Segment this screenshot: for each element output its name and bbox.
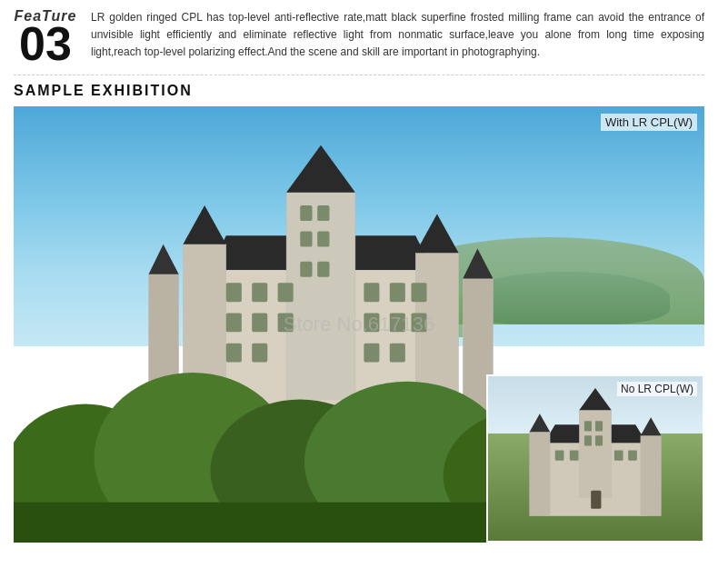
svg-rect-26: [364, 344, 379, 363]
feature-number: 03: [19, 20, 72, 67]
svg-rect-13: [252, 284, 267, 303]
svg-rect-61: [555, 450, 564, 460]
feature-section: FeaTure 03 LR golden ringed CPL has top-…: [14, 9, 704, 75]
svg-rect-53: [530, 432, 551, 516]
feature-description: LR golden ringed CPL has top-level anti-…: [91, 9, 704, 62]
svg-rect-32: [300, 262, 312, 277]
svg-rect-15: [364, 284, 379, 303]
svg-rect-20: [278, 314, 294, 333]
svg-rect-65: [591, 491, 601, 509]
svg-rect-60: [595, 435, 603, 445]
svg-marker-54: [530, 414, 551, 432]
svg-marker-56: [641, 417, 662, 435]
small-castle-svg: [495, 384, 695, 516]
small-image-container: No LR CPL(W): [486, 374, 704, 543]
svg-rect-55: [641, 435, 662, 515]
main-image-section: Store No.617136 With LR CPL(W): [14, 106, 704, 543]
svg-rect-17: [411, 284, 426, 303]
svg-rect-29: [317, 205, 329, 221]
svg-rect-27: [390, 344, 405, 363]
svg-rect-19: [252, 314, 267, 333]
svg-rect-57: [584, 421, 592, 431]
svg-rect-22: [390, 314, 405, 333]
svg-marker-3: [286, 145, 355, 193]
svg-rect-59: [584, 435, 592, 445]
svg-rect-64: [628, 450, 637, 460]
svg-rect-16: [390, 284, 405, 303]
page-wrapper: FeaTure 03 LR golden ringed CPL has top-…: [0, 0, 718, 588]
svg-rect-18: [226, 314, 242, 333]
svg-rect-62: [570, 450, 579, 460]
with-cpl-label: With LR CPL(W): [601, 114, 697, 131]
svg-rect-33: [317, 262, 329, 277]
svg-rect-28: [300, 205, 312, 221]
svg-rect-58: [595, 421, 603, 431]
svg-rect-23: [411, 314, 426, 333]
svg-rect-21: [364, 314, 379, 333]
svg-rect-24: [226, 344, 242, 363]
svg-marker-7: [415, 214, 458, 254]
svg-rect-14: [278, 284, 294, 303]
svg-rect-30: [300, 232, 312, 247]
svg-rect-31: [317, 232, 329, 247]
svg-rect-25: [252, 344, 267, 363]
sample-exhibition-title: SAMPLE EXHIBITION: [14, 83, 704, 99]
svg-rect-12: [226, 284, 242, 303]
svg-marker-9: [149, 244, 179, 274]
feature-badge: FeaTure 03: [14, 9, 77, 67]
no-cpl-label: No LR CPL(W): [617, 382, 697, 396]
svg-marker-5: [183, 205, 225, 244]
svg-marker-52: [579, 388, 611, 410]
svg-rect-63: [614, 450, 623, 460]
svg-marker-11: [463, 249, 493, 279]
